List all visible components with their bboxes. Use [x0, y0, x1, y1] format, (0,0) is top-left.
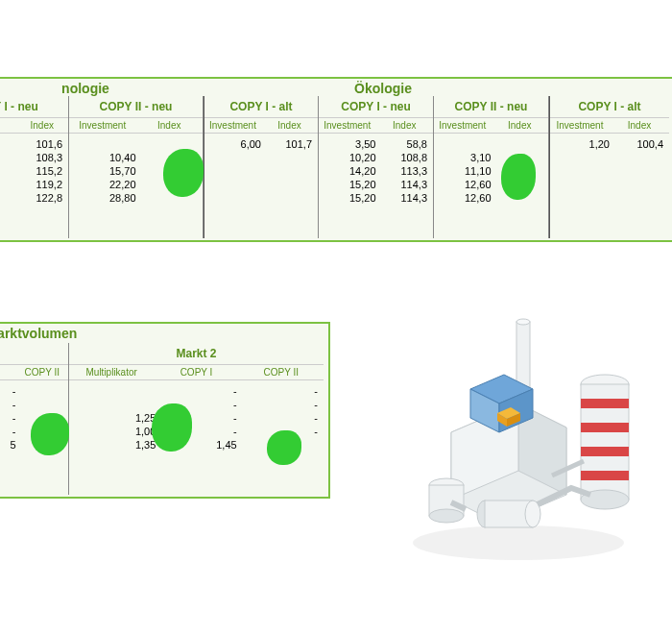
- redaction-blob: [163, 149, 204, 197]
- svg-point-9: [516, 319, 530, 325]
- col-tech2-inv: 10,4015,7022,2028,80: [75, 137, 136, 205]
- grp-oko-c2neu: COPY II - neu: [434, 96, 548, 117]
- grp-tech-c1neu: Y I - neu: [0, 96, 68, 117]
- factory-illustration: [394, 317, 643, 567]
- svg-rect-5: [581, 447, 629, 456]
- col-blank: [0, 137, 16, 205]
- svg-rect-4: [581, 423, 629, 432]
- grp-oko-c1alt: COPY I - alt: [204, 96, 318, 117]
- svg-rect-6: [581, 471, 629, 480]
- redaction-blob: [501, 154, 536, 200]
- redaction-blob: [31, 413, 69, 455]
- title-markt2: Markt 2: [69, 343, 324, 364]
- grp-tech-c2neu: COPY II - neu: [69, 96, 203, 117]
- svg-rect-3: [581, 399, 629, 408]
- title-okologie: Ökologie: [208, 79, 558, 98]
- redaction-blob: [152, 403, 192, 452]
- redaction-blob: [267, 430, 301, 465]
- title-marktvolumen: es Marktvolumen: [0, 324, 328, 343]
- title-technologie: nologie: [0, 79, 207, 98]
- col-tech-idx: 101,6108,3115,2119,2122,8: [16, 137, 63, 205]
- svg-point-0: [413, 525, 624, 560]
- tech-oko-panel: nologie Ökologie Y I - neu tIndex 101,61…: [0, 77, 672, 242]
- svg-point-21: [429, 509, 464, 523]
- grp-oko-c1neu: COPY I - neu: [319, 96, 433, 117]
- grp-c1alt2: COPY I - alt: [550, 96, 669, 117]
